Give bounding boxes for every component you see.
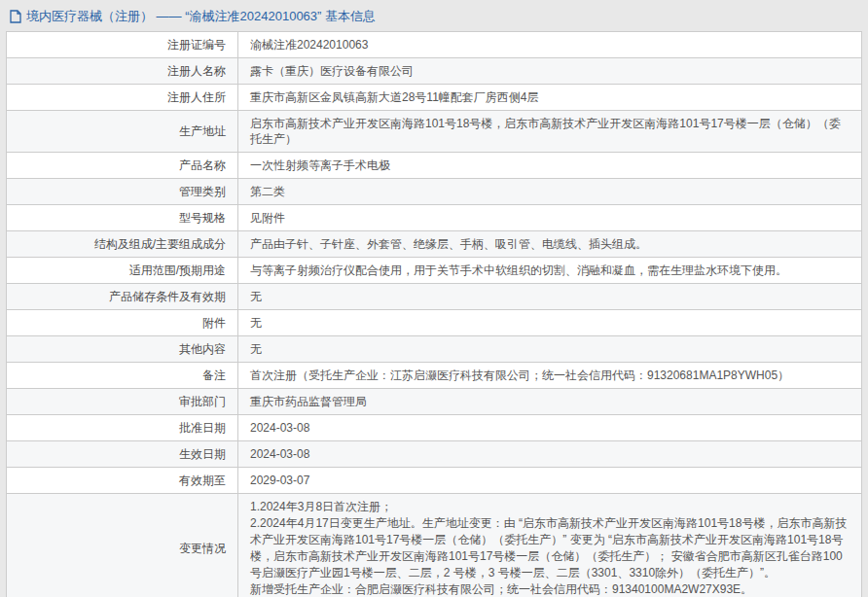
row-value: 无 xyxy=(238,310,862,336)
row-label: 生效日期 xyxy=(7,441,238,468)
row-label: 产品储存条件及有效期 xyxy=(7,284,238,310)
row-label: 产品名称 xyxy=(7,153,238,179)
table-row: 结构及组成/主要组成成分 产品由子针、子针座、外套管、绝缘层、手柄、吸引管、电缆… xyxy=(7,231,862,258)
row-value: 2024-03-08 xyxy=(238,415,862,441)
table-row: 型号规格 见附件 xyxy=(7,205,862,231)
row-label: 型号规格 xyxy=(7,205,238,231)
row-value: 重庆市高新区金凤镇高新大道28号11幢配套厂房西侧4层 xyxy=(238,85,862,111)
row-label: 附件 xyxy=(7,310,238,336)
table-row: 生效日期 2024-03-08 xyxy=(7,441,862,468)
row-label: 注册人名称 xyxy=(7,58,238,85)
row-value: 2029-03-07 xyxy=(238,468,862,494)
table-row: 审批部门 重庆市药品监督管理局 xyxy=(7,389,862,415)
row-value: 与等离子射频治疗仪配合使用，用于关节手术中软组织的切割、消融和凝血，需在生理盐水… xyxy=(238,258,862,284)
row-label: 结构及组成/主要组成成分 xyxy=(7,231,238,258)
row-value: 露卡（重庆）医疗设备有限公司 xyxy=(238,58,862,85)
row-value: 一次性射频等离子手术电极 xyxy=(238,153,862,179)
document-icon xyxy=(10,10,21,23)
registration-info-table: 注册证编号 渝械注准20242010063 注册人名称 露卡（重庆）医疗设备有限… xyxy=(6,31,862,597)
row-label: 注册证编号 xyxy=(7,32,238,58)
page-title: 境内医疗器械（注册） —— “渝械注准20242010063” 基本信息 xyxy=(26,8,376,25)
page-header: 境内医疗器械（注册） —— “渝械注准20242010063” 基本信息 xyxy=(0,0,868,31)
row-value: 无 xyxy=(238,336,862,363)
table-row: 生产地址 启东市高新技术产业开发区南海路101号18号楼，启东市高新技术产业开发… xyxy=(7,111,862,153)
table-row: 其他内容 无 xyxy=(7,336,862,363)
table-row: 批准日期 2024-03-08 xyxy=(7,415,862,441)
row-value: 重庆市药品监督管理局 xyxy=(238,389,862,415)
row-label: 审批部门 xyxy=(7,389,238,415)
row-value: 首次注册（受托生产企业：江苏启灏医疗科技有限公司；统一社会信用代码：913206… xyxy=(238,363,862,389)
row-label: 适用范围/预期用途 xyxy=(7,258,238,284)
table-row-change-history: 变更情况 1.2024年3月8日首次注册； 2.2024年4月17日变更生产地址… xyxy=(7,494,862,597)
table-row: 附件 无 xyxy=(7,310,862,336)
row-value: 第二类 xyxy=(238,179,862,205)
row-label: 变更情况 xyxy=(7,494,238,597)
table-row: 适用范围/预期用途 与等离子射频治疗仪配合使用，用于关节手术中软组织的切割、消融… xyxy=(7,258,862,284)
table-row: 产品名称 一次性射频等离子手术电极 xyxy=(7,153,862,179)
row-value: 渝械注准20242010063 xyxy=(238,32,862,58)
row-label: 生产地址 xyxy=(7,111,238,153)
row-label: 备注 xyxy=(7,363,238,389)
row-value: 1.2024年3月8日首次注册； 2.2024年4月17日变更生产地址。生产地址… xyxy=(238,494,862,597)
row-label: 批准日期 xyxy=(7,415,238,441)
row-value: 启东市高新技术产业开发区南海路101号18号楼，启东市高新技术产业开发区南海路1… xyxy=(238,111,862,153)
table-row: 备注 首次注册（受托生产企业：江苏启灏医疗科技有限公司；统一社会信用代码：913… xyxy=(7,363,862,389)
table-row: 管理类别 第二类 xyxy=(7,179,862,205)
row-value: 见附件 xyxy=(238,205,862,231)
table-row: 产品储存条件及有效期 无 xyxy=(7,284,862,310)
table-row: 注册证编号 渝械注准20242010063 xyxy=(7,32,862,58)
row-value: 产品由子针、子针座、外套管、绝缘层、手柄、吸引管、电缆线、插头组成。 xyxy=(238,231,862,258)
row-label: 注册人住所 xyxy=(7,85,238,111)
table-row: 有效期至 2029-03-07 xyxy=(7,468,862,494)
row-value: 无 xyxy=(238,284,862,310)
table-row: 注册人名称 露卡（重庆）医疗设备有限公司 xyxy=(7,58,862,85)
table-row: 注册人住所 重庆市高新区金凤镇高新大道28号11幢配套厂房西侧4层 xyxy=(7,85,862,111)
row-label: 其他内容 xyxy=(7,336,238,363)
row-label: 有效期至 xyxy=(7,468,238,494)
row-value: 2024-03-08 xyxy=(238,441,862,468)
row-label: 管理类别 xyxy=(7,179,238,205)
